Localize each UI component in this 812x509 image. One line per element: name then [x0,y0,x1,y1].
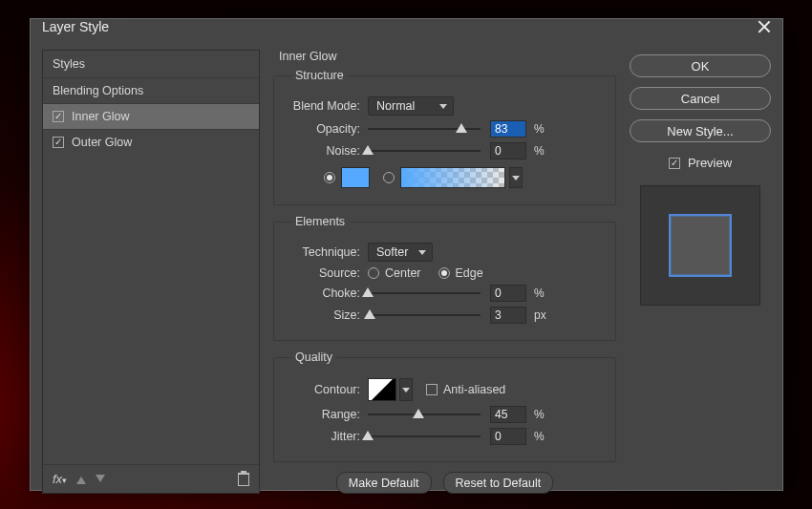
opacity-input[interactable]: 83 [490,120,526,138]
checkbox-icon[interactable] [53,137,64,148]
ok-button[interactable]: OK [630,54,771,77]
range-label: Range: [286,408,368,421]
source-edge-radio[interactable] [438,267,450,279]
style-item-label: Inner Glow [72,110,129,123]
contour-dropdown[interactable] [399,378,413,401]
fx-icon[interactable]: fx▾ [53,472,67,486]
choke-input[interactable]: 0 [490,285,526,302]
jitter-slider[interactable] [368,430,481,443]
color-solid-radio[interactable] [324,172,335,183]
technique-label: Technique: [286,245,368,259]
color-gradient-radio[interactable] [383,172,395,183]
noise-slider[interactable] [368,144,481,158]
trash-icon[interactable] [238,473,249,486]
size-input[interactable]: 3 [490,307,526,324]
close-icon[interactable] [758,20,771,33]
checkbox-icon[interactable] [53,111,64,122]
jitter-unit: % [534,430,551,443]
settings-panel: Inner Glow Structure Blend Mode: Normal … [273,50,616,494]
preview-thumbnail [640,185,760,306]
source-center-radio[interactable] [368,267,379,279]
preview-label: Preview [688,156,732,170]
chevron-down-icon [402,388,410,392]
dialog-buttons-panel: OK Cancel New Style... Preview [630,50,771,494]
source-center-label: Center [385,266,421,280]
size-label: Size: [286,308,368,322]
source-edge-label: Edge [456,266,483,280]
move-down-icon[interactable] [96,475,105,484]
style-item-label: Outer Glow [72,136,132,149]
structure-legend: Structure [291,69,348,82]
quality-legend: Quality [291,350,336,364]
panel-title: Inner Glow [279,50,616,63]
noise-input[interactable]: 0 [490,142,526,159]
jitter-label: Jitter: [286,430,368,443]
opacity-slider[interactable] [368,122,481,136]
elements-group: Elements Technique: Softer Source: Cente… [273,215,616,341]
noise-unit: % [534,144,551,158]
dialog-title: Layer Style [42,19,109,34]
preview-inner [669,214,732,277]
style-item-inner-glow[interactable]: Inner Glow [43,103,259,129]
chevron-down-icon [512,176,520,180]
noise-label: Noise: [286,144,368,158]
gradient-dropdown[interactable] [509,167,523,188]
blending-options-row[interactable]: Blending Options [43,77,259,103]
color-swatch[interactable] [341,167,370,188]
contour-label: Contour: [286,383,368,396]
blend-mode-select[interactable]: Normal [368,96,454,116]
jitter-input[interactable]: 0 [490,428,526,445]
styles-header[interactable]: Styles [43,51,259,77]
chevron-down-icon [418,250,426,255]
gradient-swatch[interactable] [400,167,505,188]
opacity-label: Opacity: [286,122,368,136]
styles-list-panel: Styles Blending Options Inner Glow Outer… [42,50,260,494]
move-up-icon[interactable] [76,475,86,484]
size-unit: px [534,308,551,322]
anti-aliased-checkbox[interactable] [426,384,438,395]
cancel-button[interactable]: Cancel [630,87,771,110]
style-item-outer-glow[interactable]: Outer Glow [43,129,259,155]
size-slider[interactable] [368,308,481,322]
opacity-unit: % [534,122,551,136]
blending-options-label: Blending Options [53,84,143,97]
range-slider[interactable] [368,408,481,421]
preview-checkbox[interactable] [669,158,680,169]
reset-default-button[interactable]: Reset to Default [443,472,554,494]
titlebar: Layer Style [31,19,782,34]
choke-unit: % [534,286,551,300]
choke-slider[interactable] [368,286,481,300]
contour-swatch[interactable] [368,378,396,401]
technique-select[interactable]: Softer [368,243,433,262]
quality-group: Quality Contour: Anti-aliased Range: 45 … [273,350,616,462]
choke-label: Choke: [286,286,368,300]
range-unit: % [534,408,551,421]
structure-group: Structure Blend Mode: Normal Opacity: 83… [273,69,616,205]
styles-list-footer: fx▾ [43,464,259,493]
range-input[interactable]: 45 [490,406,526,423]
chevron-down-icon [439,104,447,109]
blend-mode-label: Blend Mode: [286,99,368,113]
elements-legend: Elements [291,215,349,228]
anti-aliased-label: Anti-aliased [443,383,505,396]
make-default-button[interactable]: Make Default [336,472,432,494]
layer-style-dialog: Layer Style Styles Blending Options Inne… [30,18,783,491]
source-label: Source: [286,266,368,280]
new-style-button[interactable]: New Style... [630,119,771,142]
